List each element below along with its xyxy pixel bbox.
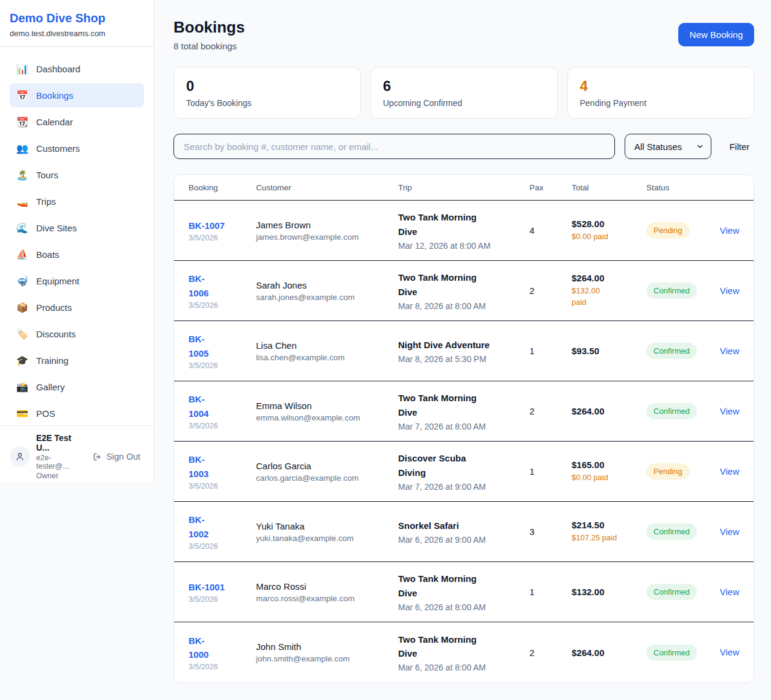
total-cell: $264.00: [572, 406, 646, 416]
booking-date: 3/5/2026: [189, 595, 256, 604]
nav-item-icon: 💳: [16, 408, 29, 419]
booking-id-link[interactable]: BK- 1000: [189, 634, 208, 662]
trip-name: Two Tank Morning Dive: [398, 572, 529, 600]
view-cell: View: [720, 225, 739, 236]
booking-id-link[interactable]: BK- 1005: [189, 332, 208, 360]
view-link[interactable]: View: [720, 346, 739, 356]
table-row: BK- 1005 3/5/2026 Lisa Chen lisa.chen@ex…: [174, 321, 754, 381]
booking-id-link[interactable]: BK- 1004: [189, 392, 208, 420]
logout-icon: [92, 452, 102, 462]
status-badge: Confirmed: [646, 523, 697, 540]
app: Demo Dive Shop demo.test.divestreams.com…: [0, 0, 771, 683]
view-link[interactable]: View: [720, 406, 739, 416]
sidebar-item-dashboard[interactable]: 📊 Dashboard: [10, 57, 144, 81]
status-select[interactable]: All Statuses: [625, 134, 711, 159]
sidebar-item-calendar[interactable]: 📆 Calendar: [10, 110, 144, 134]
stat-label: Today's Bookings: [186, 98, 348, 108]
sign-out-button[interactable]: Sign Out: [89, 451, 144, 463]
trip-cell: Two Tank Morning Dive Mar 6, 2026 at 8:0…: [398, 572, 529, 612]
sidebar-item-training[interactable]: 🎓 Training: [10, 348, 144, 372]
nav-item-icon: 🎓: [16, 355, 29, 366]
nav-item-icon: 📦: [16, 302, 29, 313]
status-cell: Confirmed: [646, 403, 720, 419]
filter-button[interactable]: Filter: [721, 142, 754, 152]
view-cell: View: [720, 647, 739, 658]
booking-cell: BK- 1006 3/5/2026: [189, 272, 256, 310]
paid-amount: $0.00 paid: [572, 231, 646, 243]
nav-item-icon: 🚤: [16, 196, 29, 207]
stat-label: Upcoming Confirmed: [383, 98, 545, 108]
sidebar-item-tours[interactable]: 🏝️ Tours: [10, 163, 144, 187]
sidebar-item-bookings[interactable]: 📅 Bookings: [10, 83, 144, 107]
view-link[interactable]: View: [720, 647, 739, 657]
pax-value: 4: [529, 225, 572, 236]
stat-value: 4: [580, 78, 742, 95]
table-row: BK- 1000 3/5/2026 John Smith john.smith@…: [174, 622, 754, 683]
nav-item-label: Boats: [36, 249, 59, 260]
pax-value: 2: [529, 406, 572, 416]
view-link[interactable]: View: [720, 587, 739, 597]
trip-name: Two Tank Morning Dive: [398, 633, 529, 661]
booking-id-link[interactable]: BK- 1002: [189, 513, 208, 541]
sidebar-nav: 📊 Dashboard 📅 Bookings 📆 Calendar 👥 Cust…: [0, 47, 154, 425]
sidebar-item-gallery[interactable]: 📸 Gallery: [10, 375, 144, 399]
status-badge: Pending: [646, 463, 690, 480]
status-select-value: All Statuses: [634, 142, 682, 152]
view-link[interactable]: View: [720, 286, 739, 296]
sidebar-item-customers[interactable]: 👥 Customers: [10, 136, 144, 160]
trip-cell: Two Tank Morning Dive Mar 6, 2026 at 8:0…: [398, 633, 529, 673]
sidebar-item-products[interactable]: 📦 Products: [10, 295, 144, 319]
nav-item-icon: 👥: [16, 143, 29, 154]
nav-item-label: Trips: [36, 196, 56, 207]
booking-id-link[interactable]: BK-1007: [189, 219, 225, 233]
new-booking-button[interactable]: New Booking: [678, 23, 754, 46]
booking-id-link[interactable]: BK- 1003: [189, 452, 208, 481]
total-amount: $93.50: [572, 346, 646, 356]
stat-card-todays-bookings: 0 Today's Bookings: [173, 67, 361, 119]
nav-item-icon: 🏷️: [16, 328, 29, 340]
trip-datetime: Mar 12, 2026 at 8:00 AM: [398, 241, 529, 251]
customer-cell: Marco Rossi marco.rossi@example.com: [256, 581, 398, 603]
sidebar-item-equipment[interactable]: 🤿 Equipment: [10, 269, 144, 293]
trip-datetime: Mar 8, 2026 at 8:00 AM: [398, 301, 529, 311]
sidebar-item-dive-sites[interactable]: 🌊 Dive Sites: [10, 216, 144, 240]
search-input[interactable]: [173, 134, 615, 159]
page-title-block: Bookings 8 total bookings: [173, 18, 245, 51]
user-name: E2E Test U...: [36, 433, 83, 452]
status-cell: Confirmed: [646, 343, 720, 359]
nav-item-label: POS: [36, 408, 55, 419]
booking-id-link[interactable]: BK- 1006: [189, 272, 208, 300]
booking-date: 3/5/2026: [189, 361, 256, 370]
total-cell: $264.00: [572, 648, 646, 658]
booking-id-link[interactable]: BK-1001: [189, 580, 225, 594]
view-link[interactable]: View: [720, 466, 739, 477]
customer-name: Marco Rossi: [256, 581, 398, 592]
view-link[interactable]: View: [720, 225, 739, 236]
sidebar-item-boats[interactable]: ⛵ Boats: [10, 242, 144, 266]
status-badge: Confirmed: [646, 645, 697, 661]
trip-datetime: Mar 8, 2026 at 5:30 PM: [398, 354, 529, 364]
stat-value: 6: [383, 78, 545, 95]
sidebar: Demo Dive Shop demo.test.divestreams.com…: [0, 0, 154, 683]
customer-cell: John Smith john.smith@example.com: [256, 642, 398, 663]
sidebar-item-trips[interactable]: 🚤 Trips: [10, 189, 144, 213]
table-row: BK- 1003 3/5/2026 Carlos Garcia carlos.g…: [174, 442, 754, 502]
nav-item-icon: 🏝️: [16, 169, 29, 181]
stat-label: Pending Payment: [580, 98, 742, 108]
total-amount: $165.00: [572, 460, 646, 470]
status-cell: Confirmed: [646, 523, 720, 540]
customer-cell: Carlos Garcia carlos.garcia@example.com: [256, 461, 398, 483]
sidebar-item-discounts[interactable]: 🏷️ Discounts: [10, 322, 144, 346]
nav-item-label: Bookings: [36, 90, 73, 101]
view-link[interactable]: View: [720, 527, 739, 537]
trip-name: Night Dive Adventure: [398, 338, 529, 352]
user-role: Owner: [36, 472, 83, 480]
user-info: E2E Test U... e2e-tester@... Owner: [36, 433, 83, 480]
paid-amount: $132.00 paid: [572, 286, 646, 308]
trip-name: Discover Scuba Diving: [398, 451, 529, 480]
nav-item-icon: 📅: [16, 90, 29, 101]
total-cell: $132.00: [572, 587, 646, 597]
nav-item-label: Dive Sites: [36, 223, 77, 233]
sidebar-item-pos[interactable]: 💳 POS: [10, 401, 144, 425]
customer-email: sarah.jones@example.com: [256, 293, 398, 302]
